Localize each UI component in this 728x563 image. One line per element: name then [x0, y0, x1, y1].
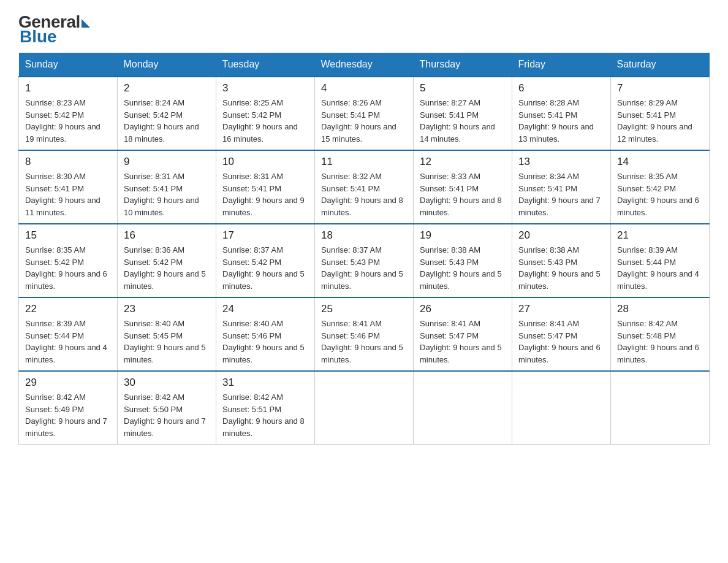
- calendar-cell: 2 Sunrise: 8:24 AM Sunset: 5:42 PM Dayli…: [118, 77, 216, 150]
- day-number: 23: [124, 303, 210, 315]
- day-number: 7: [617, 82, 703, 94]
- day-number: 24: [222, 303, 308, 315]
- calendar-cell: 8 Sunrise: 8:30 AM Sunset: 5:41 PM Dayli…: [19, 150, 118, 224]
- day-info: Sunrise: 8:37 AM Sunset: 5:42 PM Dayligh…: [222, 244, 308, 292]
- calendar-cell: 18 Sunrise: 8:37 AM Sunset: 5:43 PM Dayl…: [315, 224, 414, 297]
- day-info: Sunrise: 8:33 AM Sunset: 5:41 PM Dayligh…: [420, 170, 506, 218]
- day-info: Sunrise: 8:29 AM Sunset: 5:41 PM Dayligh…: [617, 97, 703, 145]
- calendar-cell: 5 Sunrise: 8:27 AM Sunset: 5:41 PM Dayli…: [414, 77, 512, 150]
- logo-arrow-icon: [82, 19, 90, 28]
- calendar-cell: 9 Sunrise: 8:31 AM Sunset: 5:41 PM Dayli…: [118, 150, 216, 224]
- day-number: 18: [321, 229, 407, 242]
- day-info: Sunrise: 8:31 AM Sunset: 5:41 PM Dayligh…: [124, 170, 210, 218]
- calendar-cell: 7 Sunrise: 8:29 AM Sunset: 5:41 PM Dayli…: [611, 77, 710, 150]
- calendar-cell: 14 Sunrise: 8:35 AM Sunset: 5:42 PM Dayl…: [611, 150, 710, 224]
- calendar-cell: [414, 371, 512, 445]
- day-number: 25: [321, 303, 407, 315]
- calendar-table: SundayMondayTuesdayWednesdayThursdayFrid…: [18, 53, 710, 445]
- calendar-cell: 19 Sunrise: 8:38 AM Sunset: 5:43 PM Dayl…: [414, 224, 512, 297]
- calendar-cell: 22 Sunrise: 8:39 AM Sunset: 5:44 PM Dayl…: [19, 297, 118, 371]
- calendar-cell: 13 Sunrise: 8:34 AM Sunset: 5:41 PM Dayl…: [512, 150, 611, 224]
- day-number: 27: [518, 303, 604, 315]
- calendar-cell: 16 Sunrise: 8:36 AM Sunset: 5:42 PM Dayl…: [118, 224, 216, 297]
- day-info: Sunrise: 8:35 AM Sunset: 5:42 PM Dayligh…: [25, 244, 111, 292]
- calendar-cell: 23 Sunrise: 8:40 AM Sunset: 5:45 PM Dayl…: [118, 297, 216, 371]
- calendar-week-row: 22 Sunrise: 8:39 AM Sunset: 5:44 PM Dayl…: [19, 297, 710, 371]
- day-number: 14: [617, 156, 703, 168]
- day-info: Sunrise: 8:42 AM Sunset: 5:48 PM Dayligh…: [617, 318, 703, 366]
- calendar-cell: 4 Sunrise: 8:26 AM Sunset: 5:41 PM Dayli…: [315, 77, 414, 150]
- day-info: Sunrise: 8:42 AM Sunset: 5:50 PM Dayligh…: [124, 391, 210, 439]
- day-info: Sunrise: 8:38 AM Sunset: 5:43 PM Dayligh…: [420, 244, 506, 292]
- day-info: Sunrise: 8:34 AM Sunset: 5:41 PM Dayligh…: [518, 170, 604, 218]
- day-number: 8: [25, 156, 111, 168]
- day-number: 26: [420, 303, 506, 315]
- day-number: 16: [124, 229, 210, 242]
- day-info: Sunrise: 8:40 AM Sunset: 5:45 PM Dayligh…: [124, 318, 210, 366]
- calendar-cell: 17 Sunrise: 8:37 AM Sunset: 5:42 PM Dayl…: [216, 224, 315, 297]
- calendar-cell: 29 Sunrise: 8:42 AM Sunset: 5:49 PM Dayl…: [19, 371, 118, 445]
- day-info: Sunrise: 8:25 AM Sunset: 5:42 PM Dayligh…: [222, 97, 308, 145]
- day-info: Sunrise: 8:23 AM Sunset: 5:42 PM Dayligh…: [25, 97, 111, 145]
- calendar-header-row: SundayMondayTuesdayWednesdayThursdayFrid…: [19, 53, 710, 77]
- day-number: 15: [25, 229, 111, 242]
- day-number: 1: [25, 82, 111, 94]
- day-info: Sunrise: 8:28 AM Sunset: 5:41 PM Dayligh…: [518, 97, 604, 145]
- day-info: Sunrise: 8:37 AM Sunset: 5:43 PM Dayligh…: [321, 244, 407, 292]
- day-info: Sunrise: 8:35 AM Sunset: 5:42 PM Dayligh…: [617, 170, 703, 218]
- calendar-cell: [512, 371, 611, 445]
- day-info: Sunrise: 8:41 AM Sunset: 5:46 PM Dayligh…: [321, 318, 407, 366]
- day-info: Sunrise: 8:30 AM Sunset: 5:41 PM Dayligh…: [25, 170, 111, 218]
- day-number: 3: [222, 82, 308, 94]
- calendar-cell: [611, 371, 710, 445]
- calendar-cell: 28 Sunrise: 8:42 AM Sunset: 5:48 PM Dayl…: [611, 297, 710, 371]
- day-info: Sunrise: 8:39 AM Sunset: 5:44 PM Dayligh…: [25, 318, 111, 366]
- day-header-saturday: Saturday: [611, 53, 710, 77]
- day-number: 13: [518, 156, 604, 168]
- day-number: 28: [617, 303, 703, 315]
- day-header-friday: Friday: [512, 53, 611, 77]
- day-info: Sunrise: 8:40 AM Sunset: 5:46 PM Dayligh…: [222, 318, 308, 366]
- day-info: Sunrise: 8:42 AM Sunset: 5:51 PM Dayligh…: [222, 391, 308, 439]
- day-number: 20: [518, 229, 604, 242]
- day-number: 22: [25, 303, 111, 315]
- day-header-wednesday: Wednesday: [315, 53, 414, 77]
- day-header-sunday: Sunday: [19, 53, 118, 77]
- day-info: Sunrise: 8:32 AM Sunset: 5:41 PM Dayligh…: [321, 170, 407, 218]
- calendar-week-row: 1 Sunrise: 8:23 AM Sunset: 5:42 PM Dayli…: [19, 77, 710, 150]
- day-info: Sunrise: 8:26 AM Sunset: 5:41 PM Dayligh…: [321, 97, 407, 145]
- day-number: 5: [420, 82, 506, 94]
- day-info: Sunrise: 8:38 AM Sunset: 5:43 PM Dayligh…: [518, 244, 604, 292]
- day-number: 4: [321, 82, 407, 94]
- day-number: 2: [124, 82, 210, 94]
- day-info: Sunrise: 8:41 AM Sunset: 5:47 PM Dayligh…: [420, 318, 506, 366]
- calendar-cell: 6 Sunrise: 8:28 AM Sunset: 5:41 PM Dayli…: [512, 77, 611, 150]
- day-number: 10: [222, 156, 308, 168]
- calendar-cell: 21 Sunrise: 8:39 AM Sunset: 5:44 PM Dayl…: [611, 224, 710, 297]
- calendar-cell: 31 Sunrise: 8:42 AM Sunset: 5:51 PM Dayl…: [216, 371, 315, 445]
- day-number: 9: [124, 156, 210, 168]
- calendar-week-row: 29 Sunrise: 8:42 AM Sunset: 5:49 PM Dayl…: [19, 371, 710, 445]
- day-number: 17: [222, 229, 308, 242]
- day-number: 11: [321, 156, 407, 168]
- logo-blue-text: Blue: [20, 27, 57, 47]
- calendar-cell: 15 Sunrise: 8:35 AM Sunset: 5:42 PM Dayl…: [19, 224, 118, 297]
- calendar-cell: [315, 371, 414, 445]
- calendar-cell: 30 Sunrise: 8:42 AM Sunset: 5:50 PM Dayl…: [118, 371, 216, 445]
- day-number: 31: [222, 377, 308, 389]
- logo: General Blue: [18, 12, 90, 47]
- day-info: Sunrise: 8:24 AM Sunset: 5:42 PM Dayligh…: [124, 97, 210, 145]
- day-info: Sunrise: 8:39 AM Sunset: 5:44 PM Dayligh…: [617, 244, 703, 292]
- day-header-monday: Monday: [118, 53, 216, 77]
- day-number: 29: [25, 377, 111, 389]
- calendar-cell: 20 Sunrise: 8:38 AM Sunset: 5:43 PM Dayl…: [512, 224, 611, 297]
- calendar-week-row: 8 Sunrise: 8:30 AM Sunset: 5:41 PM Dayli…: [19, 150, 710, 224]
- day-number: 12: [420, 156, 506, 168]
- calendar-cell: 25 Sunrise: 8:41 AM Sunset: 5:46 PM Dayl…: [315, 297, 414, 371]
- calendar-cell: 27 Sunrise: 8:41 AM Sunset: 5:47 PM Dayl…: [512, 297, 611, 371]
- day-header-thursday: Thursday: [414, 53, 512, 77]
- day-info: Sunrise: 8:31 AM Sunset: 5:41 PM Dayligh…: [222, 170, 308, 218]
- calendar-cell: 10 Sunrise: 8:31 AM Sunset: 5:41 PM Dayl…: [216, 150, 315, 224]
- calendar-cell: 26 Sunrise: 8:41 AM Sunset: 5:47 PM Dayl…: [414, 297, 512, 371]
- day-header-tuesday: Tuesday: [216, 53, 315, 77]
